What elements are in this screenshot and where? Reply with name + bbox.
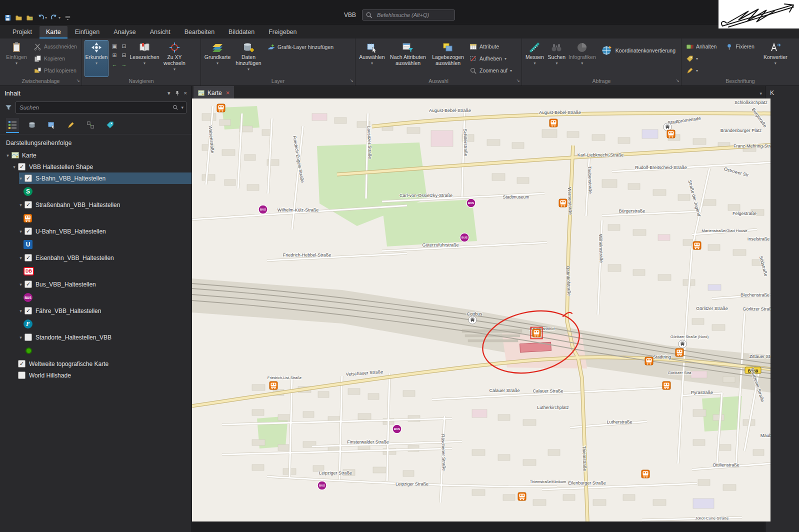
tram-stop-icon[interactable] [270,382,278,390]
station-stop-icon[interactable] [678,340,686,348]
copy-path-button[interactable]: Pfad kopieren [32,65,79,76]
copy-button[interactable]: Kopieren [32,53,79,64]
layer-checkbox[interactable]: ✓ [24,174,32,182]
layer-item[interactable]: ▾✓U-Bahn_VBB_Haltestellen [0,226,192,237]
dialog-launcher-icon[interactable]: ↘ [676,76,680,84]
ribbon-tab-karte[interactable]: Karte [40,26,68,38]
expand-arrow[interactable]: ▾ [10,164,18,170]
tram-stop-icon[interactable] [662,382,670,390]
pause-labeling-button[interactable]: Anhalten [684,41,718,52]
layer-item[interactable]: ▾✓Eisenbahn_VBB_Haltestellen [0,252,192,264]
expand-arrow[interactable]: ▾ [17,282,24,287]
select-button[interactable]: Auswählen▾ [358,40,386,77]
layer-item[interactable]: ▾✓VBB Haltestellen Shape [0,161,192,172]
map-view-tab[interactable]: Karte × [194,86,234,98]
layer-item[interactable]: ▾✓Bus_VBB_Haltestellen [0,278,192,290]
explore-button[interactable]: Erkunden▾ [84,40,108,77]
legend-bus[interactable]: BUS [0,290,192,305]
layer-checkbox[interactable] [24,334,32,341]
tab-overflow-icon[interactable]: ▾ [760,91,762,96]
tram-stop-icon[interactable] [518,492,526,500]
add-graphics-layer-button[interactable]: Grafik-Layer hinzufügen [266,42,336,52]
contents-search[interactable]: ▾ [16,102,186,114]
label-style-button[interactable]: ▾ [684,53,756,64]
layer-item[interactable]: ▾✓S-Bahn_VBB_Haltestellen [0,172,192,184]
ribbon-tab-bearbeiten[interactable]: Bearbeiten [178,26,221,38]
label-edit-button[interactable]: ▾ [684,65,756,76]
expand-arrow[interactable]: ▾ [17,176,24,181]
list-by-snapping-icon[interactable] [84,118,97,133]
contents-search-input[interactable] [18,104,170,111]
legend-faehre[interactable]: F [0,316,192,332]
legend-db[interactable]: DB [0,264,192,278]
list-by-selection-icon[interactable] [45,118,58,133]
measure-button[interactable]: Messen▾ [524,40,545,77]
dialog-launcher-icon[interactable]: ↘ [350,76,354,84]
station-stop-icon[interactable] [468,316,476,324]
tram-stop-icon[interactable] [693,242,701,250]
layer-item[interactable]: World Hillshade [0,370,192,381]
tram-stop-icon[interactable] [550,119,558,127]
tram-stop-icon[interactable] [642,470,650,478]
bus-stop-icon[interactable]: BUS [318,481,326,490]
select-by-attributes-button[interactable]: Nach Attributen auswählen [388,40,428,77]
full-extent-icon[interactable]: ▣ [110,42,119,50]
zoom-to-selection-button[interactable]: Zoomen auf▾ [468,65,514,76]
tram-stop-icon[interactable] [645,357,653,365]
bus-stop-icon[interactable]: BUS [460,233,469,242]
coordinate-conversion-button[interactable]: Koordinatenkonvertierung [598,40,678,61]
command-search[interactable] [362,10,455,20]
layer-checkbox[interactable] [18,372,26,379]
basemap-button[interactable]: Grundkarte▾ [204,40,232,77]
layer-checkbox[interactable]: ✓ [24,307,32,314]
tram-stop-icon[interactable] [559,199,567,207]
bus-stop-icon[interactable]: BUS [258,205,268,214]
tram-stop-icon[interactable] [217,104,225,112]
tram-stop-icon[interactable] [667,130,675,138]
list-by-drawing-order-icon[interactable] [6,118,19,133]
close-icon[interactable]: × [226,90,230,96]
zoom-out-icon[interactable]: ⊟ [120,51,128,60]
search-options-icon[interactable]: ▾ [181,105,184,110]
select-by-location-button[interactable]: Lagebezogen auswählen [430,40,466,77]
list-by-labeling-icon[interactable] [104,118,116,133]
dialog-launcher-icon[interactable]: ↘ [516,76,520,84]
legend-sbahn[interactable]: S [0,184,192,199]
dialog-launcher-icon[interactable]: ↘ [76,76,80,84]
open-project-icon[interactable] [15,14,22,22]
next-extent-icon[interactable]: → [120,60,128,68]
command-search-input[interactable] [376,12,452,18]
legend-standorte[interactable] [0,343,192,358]
legend-tram[interactable] [0,210,192,226]
bookmarks-button[interactable]: Lesezeichen▾ [130,40,159,77]
layer-checkbox[interactable]: ✓ [24,201,32,208]
pin-icon[interactable] [174,90,180,96]
layer-checkbox[interactable]: ✓ [24,254,32,262]
lock-labels-button[interactable]: Fixieren [724,41,756,52]
attributes-button[interactable]: Attribute [468,41,514,52]
expand-arrow[interactable]: ▾ [17,256,24,260]
layer-checkbox[interactable]: ✓ [24,228,32,235]
ribbon-tab-analyse[interactable]: Analyse [107,26,142,38]
save-icon[interactable] [4,14,12,22]
undo-icon[interactable]: ▾ [37,14,47,22]
layer-checkbox[interactable]: ✓ [24,280,32,288]
expand-arrow[interactable]: ▾ [17,229,24,234]
expand-arrow[interactable]: ▾ [17,202,24,208]
ribbon-tab-freigeben[interactable]: Freigeben [262,26,303,38]
layer-item[interactable]: ✓Weltweite topografische Karte [0,358,192,370]
list-by-data-source-icon[interactable] [26,118,38,133]
new-project-icon[interactable] [26,14,34,22]
zoom-in-icon[interactable]: ⊞ [110,51,119,60]
pane-menu-icon[interactable]: ▾ [168,90,170,96]
list-by-editing-icon[interactable] [64,118,78,133]
ribbon-tab-bilddaten[interactable]: Bilddaten [222,26,261,38]
legend-ubahn[interactable]: U [0,237,192,252]
layer-item[interactable]: ▾✓Straßenbahn_VBB_Haltestellen [0,199,192,210]
infographics-button[interactable]: Infografiken▾ [568,40,596,77]
bus-stop-icon[interactable]: BUS [466,198,476,208]
ribbon-tab-einfügen[interactable]: Einfügen [68,26,106,38]
expand-arrow[interactable]: ▾ [17,308,24,314]
close-icon[interactable]: × [184,90,187,96]
redo-icon[interactable]: ▾ [50,14,60,22]
